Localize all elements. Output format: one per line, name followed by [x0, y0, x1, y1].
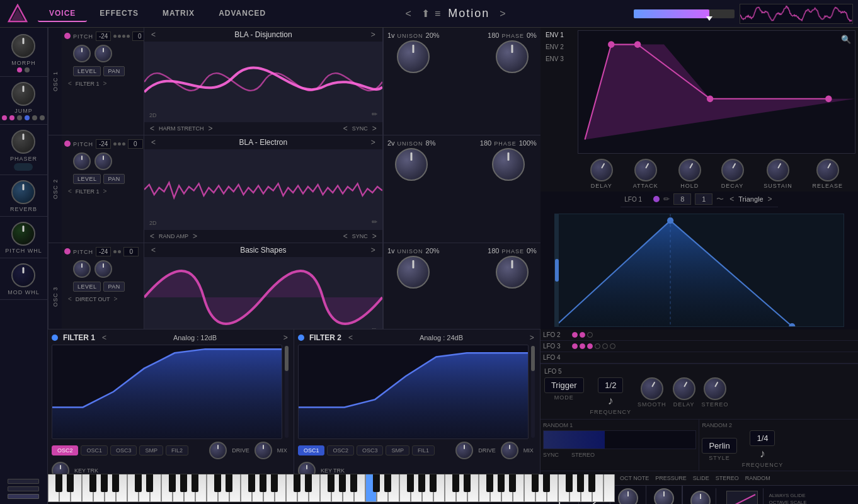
piano-black-key[interactable] — [226, 474, 232, 492]
osc3-level-knob[interactable] — [73, 260, 91, 278]
filter1-osc1-tag[interactable]: OSC1 — [81, 445, 108, 455]
piano-black-key[interactable] — [214, 474, 221, 492]
osc2-pan-knob[interactable] — [94, 152, 112, 170]
osc3-pan-btn[interactable]: PAN — [103, 282, 124, 292]
piano-black-key[interactable] — [169, 474, 176, 492]
filter2-smp-tag[interactable]: SMP — [386, 445, 409, 455]
reverb-knob[interactable] — [11, 180, 35, 204]
env-sustain-knob[interactable] — [767, 159, 789, 181]
piano-black-key[interactable] — [112, 474, 119, 492]
env3-label[interactable]: ENV 3 — [543, 54, 573, 64]
env-search-icon[interactable]: 🔍 — [841, 35, 851, 44]
osc3-wave-next[interactable]: > — [369, 246, 377, 255]
osc1-wave-next[interactable]: > — [369, 30, 377, 39]
lfo1-edit-icon[interactable]: ✏ — [663, 195, 670, 203]
filter2-fil1-tag[interactable]: FIL1 — [412, 445, 435, 455]
osc1-wave-canvas[interactable]: 2D ✏ — [144, 42, 382, 122]
filter2-type-prev[interactable]: < — [346, 333, 355, 342]
piano-black-key[interactable] — [146, 474, 153, 492]
piano-black-key[interactable] — [509, 474, 516, 492]
filter1-fil2-tag[interactable]: FIL2 — [166, 445, 188, 455]
lfo3-dot3[interactable] — [587, 343, 593, 349]
filter2-type-next[interactable]: > — [528, 333, 536, 342]
filter1-graph[interactable] — [52, 345, 282, 439]
filter1-smp-tag[interactable]: SMP — [139, 445, 163, 455]
piano-black-key[interactable] — [543, 474, 550, 492]
jump-knob[interactable] — [11, 82, 35, 106]
lfo1-dot[interactable] — [653, 196, 660, 202]
lfo1-type-next[interactable]: > — [766, 195, 774, 203]
spread-knob[interactable] — [654, 488, 674, 504]
osc1-harm-prev[interactable]: < — [148, 124, 156, 133]
lfo5-delay-knob[interactable] — [673, 377, 695, 400]
piano-black-key[interactable] — [498, 474, 505, 492]
piano-black-key[interactable] — [89, 474, 96, 492]
piano-black-key[interactable] — [373, 474, 380, 492]
osc2-sync-next[interactable]: > — [370, 232, 379, 241]
osc2-level-knob[interactable] — [73, 152, 91, 170]
lfo5-smooth-knob[interactable] — [641, 377, 663, 400]
piano-black-key[interactable] — [464, 474, 471, 492]
always-glide-option[interactable]: ALWAYS GLIDE — [769, 493, 806, 498]
osc3-wave-canvas[interactable]: 2D ✏ — [144, 257, 382, 329]
osc1-active-dot[interactable] — [64, 33, 71, 39]
osc1-filter-next[interactable]: > — [103, 80, 107, 87]
osc1-level-knob[interactable] — [73, 45, 91, 62]
osc2-unison-knob[interactable] — [395, 148, 428, 181]
piano-black-key[interactable] — [260, 474, 266, 492]
piano-black-key[interactable] — [339, 474, 346, 492]
tab-matrix[interactable]: MATRIX — [151, 6, 206, 22]
osc3-filter-prev[interactable]: < — [68, 295, 72, 302]
filter1-scrollbar[interactable] — [285, 346, 289, 438]
env-display[interactable]: 🔍 — [578, 30, 855, 154]
osc3-level-btn[interactable]: LEVEL — [73, 282, 101, 292]
piano-black-key[interactable] — [532, 474, 539, 492]
osc1-filter-prev[interactable]: < — [68, 80, 72, 87]
lfo5-mode-box[interactable]: Trigger — [544, 377, 584, 393]
filter1-type-prev[interactable]: < — [100, 333, 108, 342]
piano-black-key[interactable] — [248, 474, 255, 492]
osc3-edit-icon[interactable]: ✏ — [372, 326, 377, 329]
random2-freq-box[interactable]: 1/4 — [750, 430, 775, 446]
osc2-harm-next[interactable]: > — [191, 232, 199, 241]
piano-white-key[interactable] — [603, 474, 615, 502]
osc2-wave-prev[interactable]: < — [149, 138, 157, 147]
slider-2[interactable] — [8, 486, 39, 491]
piano-black-key[interactable] — [180, 474, 187, 492]
slider-1[interactable] — [8, 479, 39, 484]
piano-black-key[interactable] — [305, 474, 312, 492]
lfo2-dot1[interactable] — [572, 332, 578, 338]
env-release-knob[interactable] — [816, 159, 839, 181]
piano-black-key[interactable] — [192, 474, 198, 492]
piano-black-key[interactable] — [67, 474, 74, 492]
lfo1-val2[interactable]: 1 — [695, 193, 712, 205]
piano-black-key[interactable] — [430, 474, 437, 492]
filter2-scrollbar[interactable] — [531, 346, 535, 438]
lfo1-val1[interactable]: 8 — [673, 193, 691, 205]
osc2-pan-btn[interactable]: PAN — [103, 174, 124, 184]
piano-black-key[interactable] — [135, 474, 142, 492]
glide-knob[interactable] — [690, 491, 711, 504]
piano-black-key[interactable] — [55, 474, 62, 492]
piano-black-key[interactable] — [328, 474, 335, 492]
env-delay-knob[interactable] — [590, 159, 613, 181]
export-icon[interactable]: ⬆ — [421, 8, 430, 20]
piano-black-key[interactable] — [101, 474, 108, 492]
lfo1-type-prev[interactable]: < — [728, 195, 736, 203]
lfo1-smooth-icon[interactable]: 〜 — [716, 194, 724, 205]
mod-wheel-knob[interactable] — [11, 263, 35, 287]
osc2-filter-next[interactable]: > — [103, 188, 107, 195]
lfo3-dot2[interactable] — [580, 343, 585, 349]
osc2-phase-knob[interactable] — [492, 148, 525, 181]
menu-icon[interactable]: ≡ — [435, 8, 440, 20]
env1-label[interactable]: ENV 1 — [543, 30, 573, 40]
slider-3[interactable] — [8, 494, 39, 499]
osc2-filter-prev[interactable]: < — [68, 188, 72, 195]
lfo3-dot1[interactable] — [572, 343, 578, 349]
filter2-drive-knob[interactable] — [455, 442, 473, 459]
osc1-pan-btn[interactable]: PAN — [103, 66, 124, 76]
lfo5-freq-box[interactable]: 1/2 — [598, 377, 623, 393]
osc1-phase-knob[interactable] — [496, 40, 529, 73]
lfo3-dot5[interactable] — [602, 343, 608, 349]
preset-next-button[interactable]: > — [497, 8, 508, 20]
